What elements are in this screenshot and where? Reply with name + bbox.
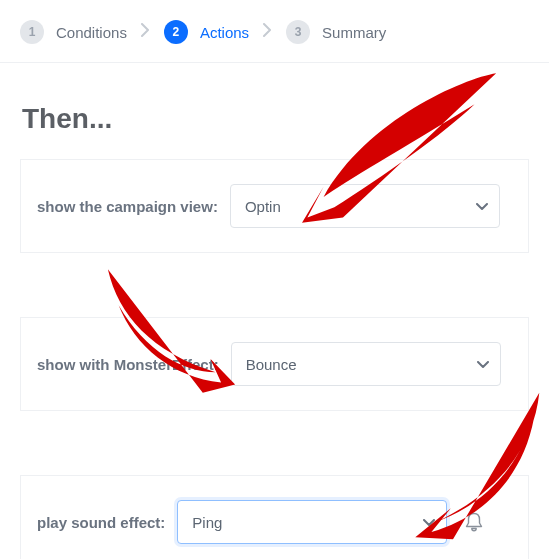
step-actions[interactable]: 2 Actions <box>164 20 249 44</box>
bell-icon[interactable] <box>463 511 485 533</box>
campaign-view-select-wrap: Optin <box>230 184 500 228</box>
step-label: Actions <box>200 24 249 41</box>
monster-effect-label: show with MonsterEffect: <box>37 356 219 373</box>
content-area: Then... show the campaign view: Optin sh… <box>0 63 549 559</box>
step-number: 1 <box>20 20 44 44</box>
step-label: Conditions <box>56 24 127 41</box>
monster-effect-select[interactable]: Bounce <box>231 342 501 386</box>
row-campaign-view: show the campaign view: Optin <box>20 159 529 253</box>
step-number: 3 <box>286 20 310 44</box>
step-label: Summary <box>322 24 386 41</box>
monster-effect-select-wrap: Bounce <box>231 342 501 386</box>
sound-effect-select-wrap: Ping <box>177 500 447 544</box>
step-summary[interactable]: 3 Summary <box>286 20 386 44</box>
campaign-view-label: show the campaign view: <box>37 198 218 215</box>
sound-effect-label: play sound effect: <box>37 514 165 531</box>
section-heading: Then... <box>22 103 529 135</box>
wizard-stepper: 1 Conditions 2 Actions 3 Summary <box>0 0 549 63</box>
row-monster-effect: show with MonsterEffect: Bounce <box>20 317 529 411</box>
campaign-view-select[interactable]: Optin <box>230 184 500 228</box>
step-number: 2 <box>164 20 188 44</box>
row-sound-effect: play sound effect: Ping <box>20 475 529 559</box>
chevron-right-icon <box>263 23 272 41</box>
chevron-right-icon <box>141 23 150 41</box>
sound-effect-select[interactable]: Ping <box>177 500 447 544</box>
step-conditions[interactable]: 1 Conditions <box>20 20 127 44</box>
